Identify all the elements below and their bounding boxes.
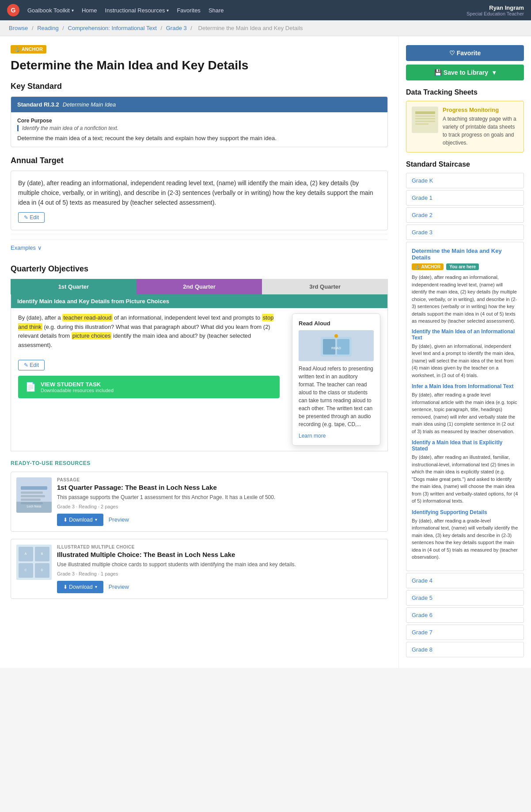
preview-link-1[interactable]: Preview (109, 516, 129, 523)
examples-toggle[interactable]: Examples ∨ (11, 240, 388, 255)
view-student-task-title: VIEW STUDENT TASK (41, 381, 114, 388)
sub-text-2: By (date), after reading a grade level i… (412, 391, 518, 435)
preview-link-2[interactable]: Preview (109, 583, 129, 590)
resource-desc-1: This passage supports the Quarter 1 asse… (57, 493, 275, 501)
user-role: Special Education Teacher (467, 11, 524, 16)
quarterly-objectives-heading: Quarterly Objectives (11, 264, 388, 274)
staircase-grade-2[interactable]: Grade 2 (406, 207, 524, 223)
standard-body: Core Purpose Identify the main idea of a… (11, 112, 387, 147)
svg-rect-26 (415, 121, 435, 122)
objective-text: By (date), after a teacher read-aloud of… (18, 313, 280, 350)
main-layout: ⚓ ANCHOR Determine the Main Idea and Key… (0, 36, 531, 668)
svg-text:C: C (24, 568, 27, 572)
staircase-grade-3-detail: Determine the Main Idea and Key Details … (406, 242, 524, 571)
objective-heading: Identify Main Idea and Key Details from … (11, 294, 387, 308)
highlight-stop-think: stop and think (18, 314, 273, 331)
data-tracking-info: Progress Monitoring A teaching strategy … (443, 107, 518, 147)
resource-card-1: Loch Ness PASSAGE 1st Quarter Passage: T… (11, 472, 388, 532)
highlight-picture-choices: picture choices (72, 332, 112, 339)
annual-target-box: By (date), after reading an informationa… (11, 171, 388, 230)
staircase-grade-8[interactable]: Grade 8 (406, 642, 524, 657)
staircase-grade-6[interactable]: Grade 6 (406, 607, 524, 623)
breadcrumb-current: Determine the Main Idea and Key Details (198, 25, 303, 31)
svg-text:A: A (25, 552, 27, 555)
tab-3rd-quarter[interactable]: 3rd Quarter (262, 279, 388, 294)
resource-type-2: ILLUSTRATED MULTIPLE CHOICE (57, 545, 296, 549)
top-navigation: G Goalbook Toolkit Home Instructional Re… (0, 0, 531, 20)
data-tracking-section-title: Data Tracking Sheets (406, 88, 524, 96)
staircase-grade-7[interactable]: Grade 7 (406, 625, 524, 640)
sub-title-4[interactable]: Identifying Supporting Details (412, 509, 518, 515)
user-name: Ryan Ingram (467, 4, 524, 11)
breadcrumb-browse[interactable]: Browse (9, 25, 28, 31)
breadcrumb-comprehension[interactable]: Comprehension: Informational Text (68, 25, 157, 31)
resource-card-2: A B C D ILLUSTRATED MULTIPLE CHOICE Illu… (11, 539, 388, 599)
quarters-container: 1st Quarter 2nd Quarter 3rd Quarter Iden… (11, 279, 388, 451)
svg-rect-27 (415, 123, 429, 125)
staircase-grade-4[interactable]: Grade 4 (406, 573, 524, 588)
examples-section: Examples ∨ (11, 234, 388, 255)
resource-meta-1: Grade 3 · Reading · 2 pages (57, 504, 275, 509)
quarters-tabs: 1st Quarter 2nd Quarter 3rd Quarter (11, 279, 388, 294)
document-icon: 📄 (25, 381, 36, 392)
sub-title-2[interactable]: Infer a Main Idea from Informational Tex… (412, 383, 518, 389)
view-student-task-button[interactable]: 📄 VIEW STUDENT TASK Downloadable resourc… (18, 376, 280, 398)
staircase-grade-1[interactable]: Grade 1 (406, 190, 524, 206)
resources-label: READY-TO-USE RESOURCES (11, 460, 388, 466)
svg-rect-7 (21, 492, 43, 494)
staircase-grade-3[interactable]: Grade 3 (406, 225, 524, 240)
sub-item-identify-main-idea: Identify the Main Idea of an Information… (412, 328, 518, 379)
download-button-2[interactable]: ⬇ Download (57, 581, 103, 593)
resource-type-1: PASSAGE (57, 477, 275, 482)
nav-goalbook-toolkit[interactable]: Goalbook Toolkit (27, 7, 74, 14)
staircase-section-title: Standard Staircase (406, 160, 524, 168)
resource-meta-2: Grade 3 · Reading · 1 pages (57, 571, 296, 576)
progress-monitoring-desc: A teaching strategy page with a variety … (443, 115, 518, 147)
staircase-grade-k[interactable]: Grade K (406, 173, 524, 188)
staircase-badges: ⚓ ANCHOR You are here (412, 263, 518, 270)
nav-share[interactable]: Share (209, 7, 224, 14)
nav-instructional-resources[interactable]: Instructional Resources (105, 7, 169, 14)
sub-item-explicitly-stated: Identify a Main Idea that is Explicitly … (412, 439, 518, 505)
breadcrumb-reading[interactable]: Reading (37, 25, 58, 31)
content-area: ⚓ ANCHOR Determine the Main Idea and Key… (0, 36, 398, 668)
favorite-button[interactable]: ♡ Favorite (406, 45, 524, 61)
anchor-badge: ⚓ ANCHOR (11, 45, 46, 53)
tab-2nd-quarter[interactable]: 2nd Quarter (137, 279, 262, 294)
logo[interactable]: G (7, 4, 19, 16)
breadcrumb-grade3[interactable]: Grade 3 (166, 25, 187, 31)
nav-favorites[interactable]: Favorites (177, 7, 200, 14)
objective-main: By (date), after a teacher read-aloud of… (18, 313, 280, 398)
progress-monitoring-title: Progress Monitoring (443, 107, 518, 113)
svg-text:D: D (41, 568, 43, 572)
sub-title-1[interactable]: Identify the Main Idea of an Information… (412, 328, 518, 341)
staircase-detail-title[interactable]: Determine the Main Idea and Key Details (412, 248, 518, 261)
resource-actions-2: ⬇ Download Preview (57, 581, 296, 593)
sub-title-3[interactable]: Identify a Main Idea that is Explicitly … (412, 439, 518, 452)
standard-box: Standard RI.3.2 Determine Main Idea Core… (11, 96, 388, 147)
download-button-1[interactable]: ⬇ Download (57, 514, 103, 526)
standard-header: Standard RI.3.2 Determine Main Idea (11, 97, 387, 112)
resource-thumb-1: Loch Ness (16, 477, 52, 513)
sub-text-1: By (date), given an informational, indep… (412, 343, 518, 379)
resource-title-1: 1st Quarter Passage: The Beast in Loch N… (57, 484, 275, 491)
resource-info-2: ILLUSTRATED MULTIPLE CHOICE Illustrated … (57, 545, 296, 593)
sub-item-supporting-details: Identifying Supporting Details By (date)… (412, 509, 518, 561)
edit-objective-button[interactable]: ✎ Edit (18, 360, 45, 370)
edit-annual-target-button[interactable]: ✎ Edit (18, 212, 45, 223)
data-tracking-thumb (412, 107, 438, 133)
learn-more-link[interactable]: Learn more (299, 433, 326, 439)
tab-1st-quarter[interactable]: 1st Quarter (11, 279, 137, 294)
nav-home[interactable]: Home (82, 7, 97, 14)
view-student-task-subtitle: Downloadable resources included (41, 388, 114, 393)
annual-target-text: By (date), after reading an informationa… (18, 178, 380, 208)
standard-full-text: Determine the main idea of a text; recou… (17, 135, 381, 141)
svg-rect-23 (415, 111, 435, 114)
svg-text:READ: READ (331, 346, 341, 350)
staircase-grade-5[interactable]: Grade 5 (406, 590, 524, 606)
svg-rect-8 (21, 495, 45, 497)
save-to-library-button[interactable]: 💾 Save to Library (406, 65, 524, 80)
highlight-teacher-read-aloud: teacher read-aloud (62, 314, 112, 321)
badge-anchor: ⚓ ANCHOR (412, 263, 444, 270)
nav-left: G Goalbook Toolkit Home Instructional Re… (7, 4, 224, 16)
